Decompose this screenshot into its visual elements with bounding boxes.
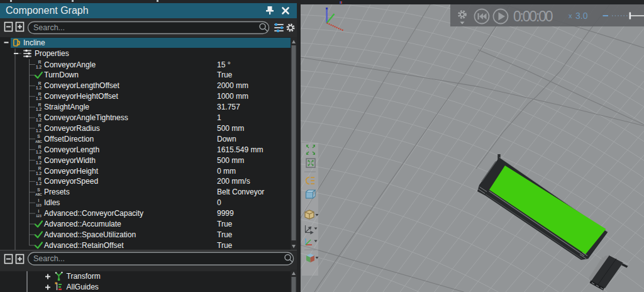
svg-text:R: R bbox=[38, 103, 42, 107]
svg-text:1.2: 1.2 bbox=[36, 107, 42, 111]
svg-text:1.2: 1.2 bbox=[36, 86, 42, 90]
svg-text:1.2: 1.2 bbox=[36, 128, 42, 133]
svg-text:S: S bbox=[37, 188, 40, 192]
svg-text:R: R bbox=[38, 145, 42, 149]
svg-text:R: R bbox=[38, 113, 42, 118]
svg-text:1.2: 1.2 bbox=[36, 171, 42, 176]
svg-text:1.2: 1.2 bbox=[36, 150, 42, 154]
svg-text:R: R bbox=[38, 155, 42, 160]
svg-text:R: R bbox=[38, 166, 42, 171]
svg-text:123: 123 bbox=[36, 214, 42, 218]
svg-text:Search...: Search... bbox=[33, 23, 65, 32]
svg-text:123: 123 bbox=[36, 203, 42, 207]
svg-text:1.2: 1.2 bbox=[36, 160, 42, 165]
svg-text:R: R bbox=[38, 177, 42, 181]
svg-text:3.0: 3.0 bbox=[575, 11, 588, 21]
svg-text:Search...: Search... bbox=[33, 254, 65, 263]
svg-text:1.2: 1.2 bbox=[36, 118, 42, 122]
svg-text:ABC: ABC bbox=[35, 140, 42, 143]
svg-text:R: R bbox=[38, 92, 42, 96]
svg-text:I: I bbox=[38, 198, 40, 203]
svg-text:1.2: 1.2 bbox=[36, 96, 42, 101]
svg-text:1.2: 1.2 bbox=[36, 65, 42, 69]
svg-text:I: I bbox=[38, 209, 40, 213]
svg-text:1.2: 1.2 bbox=[36, 181, 42, 186]
svg-text:R: R bbox=[38, 60, 42, 64]
svg-text:x: x bbox=[569, 12, 572, 20]
svg-text:ABC: ABC bbox=[35, 193, 42, 196]
svg-text:S: S bbox=[37, 134, 40, 138]
svg-text:R: R bbox=[38, 123, 42, 128]
svg-text:R: R bbox=[38, 81, 42, 86]
svg-text:0:00:00: 0:00:00 bbox=[513, 8, 553, 25]
